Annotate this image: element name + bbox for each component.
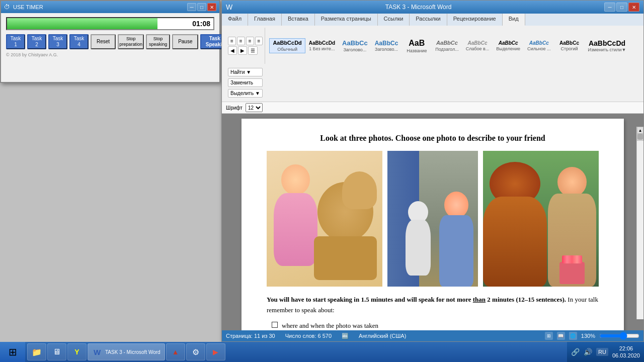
word-document-area[interactable]: Look at three photos. Choose one photo t… xyxy=(222,114,643,330)
task2-button[interactable]: Task 2 xyxy=(27,34,46,49)
photo1 xyxy=(267,151,382,287)
stop-speaking-button[interactable]: Stop speaking xyxy=(146,34,170,49)
taskbar-app5[interactable]: ⚙ xyxy=(186,343,205,360)
style-emphasis[interactable]: AaBbCc Выделение xyxy=(493,39,524,53)
mini-toolbar: Шрифт 121416 xyxy=(222,102,643,113)
ribbon-tab-insert[interactable]: Вставка xyxy=(282,14,315,26)
timer-titlebar: ⏱ USE TIMER ─ □ ✕ xyxy=(1,1,219,13)
font-size-label: Шрифт xyxy=(226,105,243,111)
replace-button[interactable]: Заменить xyxy=(228,78,263,87)
align-center-button[interactable]: ≡ xyxy=(237,37,245,45)
zoom-slider[interactable] xyxy=(599,332,639,339)
tray-sound-icon: 🔊 xyxy=(584,348,592,356)
view-mode-indicator[interactable]: ⊞ xyxy=(545,332,553,340)
explorer-icon: 📁 xyxy=(32,347,42,357)
windows-logo-icon: ⊞ xyxy=(9,346,17,358)
pause-button[interactable]: Pause xyxy=(172,34,198,49)
taskbar-tray: 🔗 🔊 RU 22:06 06.03.2020 xyxy=(567,342,644,362)
task3-button[interactable]: Task 3 xyxy=(48,34,67,49)
align-right-button[interactable]: ≡ xyxy=(246,37,254,45)
taskbar-word[interactable]: W TASK 3 - Microsoft Word xyxy=(88,343,165,360)
style-intense-emphasis[interactable]: AaBbCc Сильное ... xyxy=(524,39,554,53)
ribbon-tab-mailings[interactable]: Рассылки xyxy=(410,14,447,26)
taskbar-acrobat[interactable]: ▲ xyxy=(166,343,185,360)
tray-date-value: 06.03.2020 xyxy=(612,352,640,359)
stop-preparation-button[interactable]: Stop preparation xyxy=(118,34,144,49)
doc-page: Look at three photos. Choose one photo t… xyxy=(242,119,624,330)
taskbar-computer[interactable]: 🖥 xyxy=(47,343,66,360)
word-window: W TASK 3 - Microsoft Word ─ □ ✕ Файл Гла… xyxy=(221,0,644,342)
style-normal[interactable]: AaBbCcDd Обычный xyxy=(269,38,305,53)
ribbon-tab-refs[interactable]: Ссылки xyxy=(378,14,410,26)
word-ribbon: Файл Главная Вставка Разметка страницы С… xyxy=(222,14,643,114)
word-titlebar: W TASK 3 - Microsoft Word ─ □ ✕ xyxy=(222,1,643,14)
zoom-level: 130% xyxy=(581,333,595,339)
timer-close-button[interactable]: ✕ xyxy=(207,3,216,11)
justify-button[interactable]: ≡ xyxy=(255,37,263,45)
align-left-button[interactable]: ≡ xyxy=(228,37,236,45)
indent-increase-button[interactable]: ▶ xyxy=(238,46,247,55)
app5-icon: ⚙ xyxy=(191,347,201,357)
timer-window: ⏱ USE TIMER ─ □ ✕ 01:08 Task 1 Task 2 Ta… xyxy=(0,0,220,83)
timer-maximize-button[interactable]: □ xyxy=(197,3,206,11)
taskbar-video[interactable]: ▶ xyxy=(206,343,225,360)
status-page-info: Страница: 11 из 30 xyxy=(226,333,275,339)
scrollbar-up-button[interactable]: ▲ xyxy=(637,127,643,134)
word-scrollbar[interactable]: ▲ ▼ xyxy=(636,127,643,319)
tray-datetime: 22:06 06.03.2020 xyxy=(612,345,640,359)
photo3 xyxy=(483,151,599,287)
timer-app-icon: ⏱ xyxy=(4,4,10,11)
style-more[interactable]: AaBbCcDd Изменить стили▼ xyxy=(585,38,630,54)
checklist-item-1: where and when the photo was taken xyxy=(272,320,599,330)
reset-button[interactable]: Reset xyxy=(91,34,116,49)
ribbon-tab-view[interactable]: Вид xyxy=(503,14,525,26)
list-button[interactable]: ☰ xyxy=(248,46,258,55)
web-mode-indicator[interactable]: 🌐 xyxy=(569,332,577,340)
photo2 xyxy=(387,151,478,287)
ribbon-tab-file[interactable]: Файл xyxy=(222,14,248,26)
indent-decrease-button[interactable]: ◀ xyxy=(228,46,237,55)
timer-copyright: © 2018 by Chistyaev A.G. xyxy=(6,52,214,57)
style-subtle-emphasis[interactable]: AaBbCc Слабое в... xyxy=(462,39,493,53)
ribbon-tab-layout[interactable]: Разметка страницы xyxy=(315,14,378,26)
status-lang-indicator: 🔤 xyxy=(342,333,349,339)
word-maximize-button[interactable]: □ xyxy=(616,3,627,12)
read-mode-indicator[interactable]: 📖 xyxy=(557,332,565,340)
yandex-icon: Y xyxy=(72,347,82,357)
timer-progress-bar: 01:08 xyxy=(6,17,214,30)
style-title[interactable]: AaB Название xyxy=(401,37,432,54)
taskbar-yandex[interactable]: Y xyxy=(67,343,87,360)
taskbar-items: 📁 🖥 Y W TASK 3 - Microsoft Word ▲ ⚙ ▶ xyxy=(25,342,567,362)
doc-checklist: where and when the photo was taken what/… xyxy=(267,320,599,330)
taskbar-word-label: TASK 3 - Microsoft Word xyxy=(105,349,160,355)
font-size-select[interactable]: 121416 xyxy=(246,103,263,112)
task4-button[interactable]: Task 4 xyxy=(69,34,89,49)
word-close-button[interactable]: ✕ xyxy=(628,3,639,12)
style-heading2[interactable]: AaBbCc Заголово... xyxy=(371,38,402,53)
ribbon-tab-home[interactable]: Главная xyxy=(248,14,282,26)
find-button[interactable]: Найти ▼ xyxy=(228,68,263,76)
select-button[interactable]: Выделить ▼ xyxy=(228,89,263,98)
ribbon-tab-review[interactable]: Рецензирование xyxy=(447,14,503,26)
ribbon-tabs: Файл Главная Вставка Разметка страницы С… xyxy=(222,14,643,26)
styles-group: AaBbCcDd Обычный AaBbCcDd 1 Без инте... … xyxy=(267,28,631,64)
style-no-spacing[interactable]: AaBbCcDd 1 Без инте... xyxy=(305,39,339,53)
taskbar: ⊞ 📁 🖥 Y W TASK 3 - Microsoft Word ▲ ⚙ ▶ … xyxy=(0,342,644,362)
acrobat-icon: ▲ xyxy=(171,347,181,357)
style-heading1[interactable]: AaBbCc Заголово... xyxy=(339,38,371,54)
status-word-count: Число слов: 6 570 xyxy=(285,333,332,339)
scrollbar-thumb[interactable] xyxy=(637,134,643,140)
task1-button[interactable]: Task 1 xyxy=(6,34,25,49)
timer-title: USE TIMER xyxy=(13,4,43,10)
word-taskbar-icon: W xyxy=(92,347,102,357)
checkbox-1[interactable] xyxy=(272,322,278,328)
timer-minimize-button[interactable]: ─ xyxy=(187,3,196,11)
word-minimize-button[interactable]: ─ xyxy=(604,3,615,12)
style-strong[interactable]: AaBbCc Строгий xyxy=(554,39,585,53)
start-button[interactable]: ⊞ xyxy=(0,342,25,362)
doc-instruction-text: Look at three photos. Choose one photo t… xyxy=(267,134,599,143)
taskbar-explorer[interactable]: 📁 xyxy=(27,343,46,360)
doc-paragraph1-bold: You will have to start speaking in 1.5 m… xyxy=(267,296,566,303)
tray-language[interactable]: RU xyxy=(596,348,608,356)
style-subtitle[interactable]: AaBbCc Подзагол... xyxy=(432,38,462,53)
